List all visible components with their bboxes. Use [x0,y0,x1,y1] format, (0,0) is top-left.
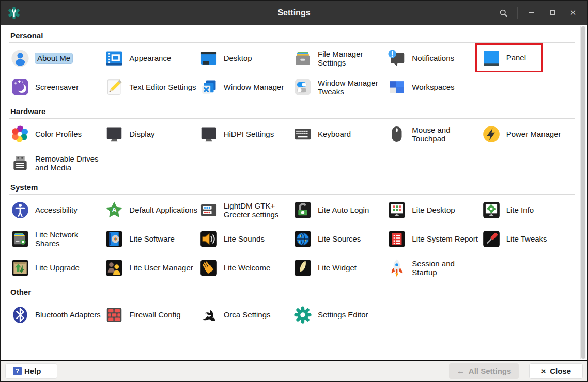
settings-grid-area: PersonalAbout MeAppearanceDesktopFile Ma… [1,25,587,360]
settings-item-file-manager-settings[interactable]: File Manager Settings [292,44,386,73]
settings-editor-icon [293,305,313,325]
settings-item-panel[interactable]: Panel [481,44,575,73]
item-label: Orca Settings [224,310,271,319]
workspaces-icon [387,77,407,97]
close-button-label: Close [550,367,571,375]
item-label: Mouse and Touchpad [412,125,480,144]
section-divider [9,299,575,299]
help-icon: ? [13,367,22,375]
settings-item-accessibility[interactable]: Accessibility [9,196,103,225]
back-arrow-icon: ← [457,367,465,376]
titlebar-separator [517,7,518,19]
scrollbar[interactable] [580,26,586,359]
wm-tweaks-icon [293,77,313,97]
orca-icon [199,305,219,325]
minimize-icon[interactable] [523,5,540,21]
close-x-icon: × [541,367,546,375]
item-label: Lite Sounds [224,234,265,243]
item-label: Lite Welcome [224,263,271,272]
item-label: Lite Desktop [412,205,455,214]
scrollbar-thumb[interactable] [581,26,585,359]
item-label: Lite Widget [318,263,357,272]
item-label: Window Manager Tweaks [318,78,386,97]
item-label: Panel [506,53,526,63]
settings-item-text-editor-settings[interactable]: Text Editor Settings [103,73,197,102]
search-icon[interactable] [494,5,512,21]
settings-item-lite-upgrade[interactable]: Lite Upgrade [9,253,103,282]
lightdm-icon [199,200,219,220]
desktop-icon [199,49,219,68]
default-apps-icon: A [104,200,124,220]
settings-item-lightdm-gtk-greeter-settings[interactable]: LightDM GTK+ Greeter settings [198,196,292,225]
settings-item-lite-network-shares[interactable]: Lite Network Shares [9,225,103,253]
item-label: HiDPI Settings [224,130,274,138]
settings-item-appearance[interactable]: Appearance [103,44,197,73]
item-label: Lite Tweaks [506,234,547,243]
settings-item-about-me[interactable]: About Me [9,44,103,73]
settings-item-window-manager-tweaks[interactable]: Window Manager Tweaks [292,73,386,102]
settings-item-lite-software[interactable]: Lite Software [103,225,197,253]
settings-item-settings-editor[interactable]: Settings Editor [292,300,386,329]
settings-item-lite-system-report[interactable]: Lite System Report [386,225,480,253]
section-header-other: Other [10,288,575,296]
help-button[interactable]: ? Help [5,363,57,379]
settings-item-removable-drives-and-media[interactable]: Removable Drives and Media [9,149,103,178]
settings-item-power-manager[interactable]: Power Manager [481,120,575,149]
lite-sounds-icon [199,229,219,249]
settings-item-bluetooth-adapters[interactable]: Bluetooth Adapters [9,300,103,329]
lite-sources-icon [293,229,313,249]
item-label: Lite Auto Login [318,205,369,214]
settings-item-orca-settings[interactable]: Orca Settings [198,300,292,329]
item-label: Lite User Manager [129,263,193,272]
all-settings-button[interactable]: ← All Settings [449,363,519,379]
mouse-icon [387,124,407,144]
settings-item-mouse-and-touchpad[interactable]: Mouse and Touchpad [386,120,480,149]
settings-item-lite-welcome[interactable]: Lite Welcome [198,253,292,282]
section-header-system: System [10,183,575,192]
settings-item-firewall-config[interactable]: Firewall Config [103,300,197,329]
removable-drives-icon [10,153,30,173]
settings-item-lite-user-manager[interactable]: Lite User Manager [103,253,197,282]
all-settings-button-label: All Settings [469,367,512,375]
item-label: File Manager Settings [318,50,386,68]
settings-item-color-profiles[interactable]: Color Profiles [9,120,103,149]
settings-item-lite-sounds[interactable]: Lite Sounds [198,225,292,253]
settings-item-desktop[interactable]: Desktop [198,44,292,73]
settings-item-default-applications[interactable]: ADefault Applications [103,196,197,225]
settings-item-session-and-startup[interactable]: Session and Startup [386,253,480,282]
settings-item-lite-tweaks[interactable]: Lite Tweaks [481,225,575,253]
settings-item-workspaces[interactable]: Workspaces [386,73,480,102]
section-header-hardware: Hardware [10,107,575,116]
close-icon[interactable]: ✕ [564,5,582,21]
settings-item-lite-info[interactable]: Lite Info [481,196,575,225]
settings-item-notifications[interactable]: Notifications [386,44,480,73]
about-me-icon [10,49,30,68]
settings-item-screensaver[interactable]: Screensaver [9,73,103,102]
settings-item-window-manager[interactable]: Window Manager [198,73,292,102]
section-divider [9,42,575,43]
lite-auto-login-icon [293,200,313,220]
file-manager-icon [293,49,313,68]
settings-item-display[interactable]: Display [103,120,197,149]
power-manager-icon [482,124,501,144]
settings-item-hidpi-settings[interactable]: HiDPI Settings [198,120,292,149]
item-label: Keyboard [318,130,351,138]
session-startup-icon [387,258,407,278]
item-label: Bluetooth Adapters [35,310,101,319]
settings-item-lite-auto-login[interactable]: Lite Auto Login [292,196,386,225]
settings-item-keyboard[interactable]: Keyboard [292,120,386,149]
settings-item-lite-widget[interactable]: Lite Widget [292,253,386,282]
section-divider [9,118,575,119]
item-label: Text Editor Settings [129,83,196,91]
item-label: Settings Editor [318,310,368,319]
settings-item-lite-desktop[interactable]: Lite Desktop [386,196,480,225]
close-button[interactable]: × Close [529,363,583,379]
section-grid-personal: About MeAppearanceDesktopFile Manager Se… [9,44,575,102]
svg-text:A: A [112,206,117,214]
item-label: Workspaces [412,83,454,91]
settings-item-lite-sources[interactable]: Lite Sources [292,225,386,253]
lite-desktop-icon [387,200,407,220]
titlebar[interactable]: Settings ✕ [1,1,587,25]
maximize-icon[interactable] [544,5,561,21]
text-editor-icon [104,77,124,97]
